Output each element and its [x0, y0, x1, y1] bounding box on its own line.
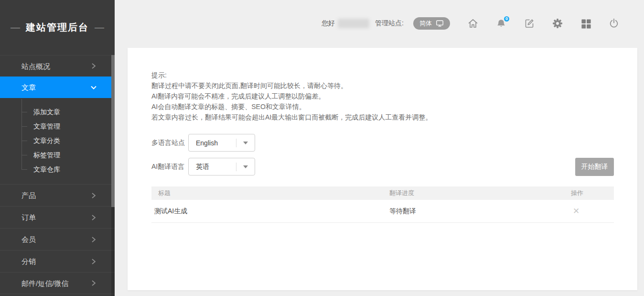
sidebar-scrollbar-thumb[interactable] [111, 55, 115, 207]
tips-line: 若文章内容过长，翻译结果可能会超出AI最大输出窗口而被截断，完成后建议人工查看并… [151, 112, 432, 122]
tips-line: AI翻译内容可能会不精准，完成后建议人工调整以防偏差。 [151, 91, 432, 101]
sidebar-scrollbar-track [111, 55, 115, 296]
edit-button[interactable] [524, 18, 535, 29]
username-redacted [338, 19, 369, 28]
row-action-cell: ✕ [571, 207, 614, 215]
sidebar-item-articles[interactable]: 文章 [0, 77, 115, 98]
manage-site-label: 管理站点: [375, 19, 404, 28]
column-header-action: 操作 [571, 189, 614, 197]
monitor-icon [436, 20, 444, 27]
grid-icon [580, 18, 591, 29]
sidebar-item-distribution[interactable]: 分销 [0, 250, 115, 272]
ai-translate-language-row: AI翻译语言 英语 [151, 158, 255, 175]
gear-icon [552, 18, 563, 29]
column-header-title: 标题 [151, 189, 389, 197]
multilang-site-select[interactable]: English [188, 134, 255, 152]
site-language-label: 简体 [419, 19, 432, 28]
sidebar-item-mail-sms-wechat[interactable]: 邮件/短信/微信 [0, 272, 115, 294]
sidebar: — 建站管理后台 — 站点概况 文章 添加文章 文章管理 文章分类 标签管理 文… [0, 0, 115, 296]
sidebar-subitem-article-repository[interactable]: 文章仓库 [0, 162, 115, 176]
row-progress: 等待翻译 [389, 207, 571, 216]
sidebar-item-label: 站点概况 [21, 62, 50, 70]
greeting-text: 您好 [322, 19, 335, 28]
sidebar-item-products[interactable]: 产品 [0, 184, 115, 206]
row-title: 测试AI生成 [151, 207, 389, 216]
sidebar-subitem-article-management[interactable]: 文章管理 [0, 119, 115, 133]
notification-badge: 0 [503, 15, 510, 22]
edit-icon [524, 18, 535, 29]
power-icon [608, 18, 620, 29]
tips-line: AI会自动翻译文章的标题、摘要、SEO和文章详情。 [151, 101, 432, 112]
logout-button[interactable] [608, 18, 620, 29]
chevron-right-icon [90, 236, 97, 243]
ai-translate-language-label: AI翻译语言 [151, 163, 188, 171]
logo-dash-left: — [11, 22, 20, 33]
sidebar-subitem-tag-management[interactable]: 标签管理 [0, 148, 115, 162]
start-translation-button[interactable]: 开始翻译 [575, 158, 614, 176]
table-row: 测试AI生成 等待翻译 ✕ [151, 200, 614, 223]
subitem-label: 标签管理 [33, 151, 60, 159]
sidebar-item-label: 会员 [21, 235, 36, 243]
subitem-label: 文章仓库 [33, 165, 60, 173]
sidebar-item-orders[interactable]: 订单 [0, 206, 115, 228]
sidebar-subitem-add-article[interactable]: 添加文章 [0, 105, 115, 119]
translation-table: 标题 翻译进度 操作 测试AI生成 等待翻译 ✕ [151, 186, 614, 223]
sidebar-item-label: 文章 [21, 83, 36, 91]
tips-line: 翻译过程中请不要关闭此页面,翻译时间可能比较长，请耐心等待。 [151, 80, 432, 91]
subitem-label: 添加文章 [33, 108, 60, 116]
chevron-down-icon [90, 84, 97, 91]
apps-grid-button[interactable] [580, 18, 591, 29]
sidebar-subitem-article-category[interactable]: 文章分类 [0, 133, 115, 148]
tips-title: 提示: [151, 70, 432, 80]
sidebar-item-label: 订单 [21, 213, 36, 221]
chevron-right-icon [90, 258, 97, 265]
content-card: 提示: 翻译过程中请不要关闭此页面,翻译时间可能比较长，请耐心等待。 AI翻译内… [128, 48, 637, 290]
sidebar-item-label: 分销 [21, 257, 36, 265]
tips-block: 提示: 翻译过程中请不要关闭此页面,翻译时间可能比较长，请耐心等待。 AI翻译内… [151, 70, 432, 122]
sidebar-item-site-overview[interactable]: 站点概况 [0, 55, 115, 77]
multilang-site-row: 多语言站点 English [151, 134, 255, 152]
ai-translate-language-value: 英语 [189, 163, 236, 171]
top-bar: 您好 管理站点: 简体 [115, 0, 644, 48]
home-icon [467, 18, 479, 29]
app-logo: — 建站管理后台 — [0, 0, 115, 55]
multilang-site-value: English [189, 139, 236, 147]
caret-down-icon [236, 165, 255, 168]
app-title: 建站管理后台 [26, 21, 89, 34]
close-icon[interactable]: ✕ [573, 207, 580, 215]
multilang-site-label: 多语言站点 [151, 139, 188, 147]
caret-down-icon [236, 142, 255, 144]
articles-submenu: 添加文章 文章管理 文章分类 标签管理 文章仓库 [0, 98, 115, 184]
site-language-pill-button[interactable]: 简体 [413, 17, 450, 30]
table-header-row: 标题 翻译进度 操作 [151, 186, 614, 200]
sidebar-item-label: 产品 [21, 191, 36, 199]
column-header-progress: 翻译进度 [389, 189, 571, 197]
chevron-right-icon [90, 279, 97, 287]
sidebar-item-members[interactable]: 会员 [0, 228, 115, 250]
notifications-button[interactable]: 0 [495, 18, 507, 29]
home-button[interactable] [467, 18, 479, 29]
chevron-right-icon [90, 62, 97, 70]
chevron-right-icon [90, 192, 97, 199]
ai-translate-language-select[interactable]: 英语 [188, 158, 255, 175]
chevron-right-icon [90, 214, 97, 221]
subitem-label: 文章管理 [33, 122, 60, 130]
sidebar-item-label: 邮件/短信/微信 [21, 279, 68, 287]
settings-button[interactable] [552, 18, 563, 29]
logo-dash-right: — [95, 22, 104, 33]
subitem-label: 文章分类 [33, 137, 60, 144]
